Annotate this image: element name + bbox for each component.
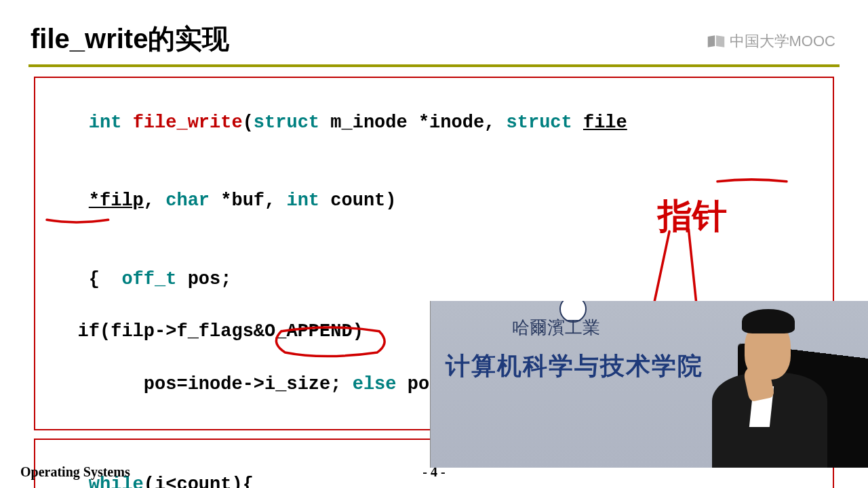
txt <box>572 113 583 133</box>
line4: if(filp->f_flags&O_APPEND) <box>45 321 363 342</box>
paren: ( <box>243 113 254 133</box>
lecturer-video: 哈爾濱工業 计算机科学与技术学院 <box>430 301 868 468</box>
file-ul: file <box>583 113 627 133</box>
brace: { <box>89 269 122 289</box>
txt: pos; <box>176 269 231 289</box>
kw-struct1: struct <box>254 113 319 133</box>
kw-else: else <box>353 374 397 394</box>
title-divider <box>28 64 840 67</box>
kw-int2: int <box>286 190 319 211</box>
txt: count) <box>319 190 396 211</box>
kw-int: int <box>89 113 133 133</box>
txt: , <box>144 190 165 211</box>
fn-name: file_write <box>133 113 243 133</box>
pip-department: 计算机科学与技术学院 <box>446 350 703 383</box>
mooc-logo: 中国大学MOOC <box>707 31 835 52</box>
kw-char: char <box>165 190 210 211</box>
pip-institution: 哈爾濱工業 <box>512 316 600 340</box>
pip-lecturer <box>685 312 827 468</box>
txt: *buf, <box>210 190 286 211</box>
footer-left: Operating Systems <box>20 464 130 480</box>
filp-ul: *filp <box>89 190 144 211</box>
mooc-text: 中国大学MOOC <box>730 31 835 52</box>
kw-offt: off_t <box>121 269 176 289</box>
kw-struct2: struct <box>507 113 572 133</box>
l5a: pos=inode->i_size; <box>89 374 353 394</box>
txt: m_inode *inode, <box>319 113 506 133</box>
txt: (i<count){ <box>144 474 254 488</box>
book-icon <box>707 34 726 49</box>
